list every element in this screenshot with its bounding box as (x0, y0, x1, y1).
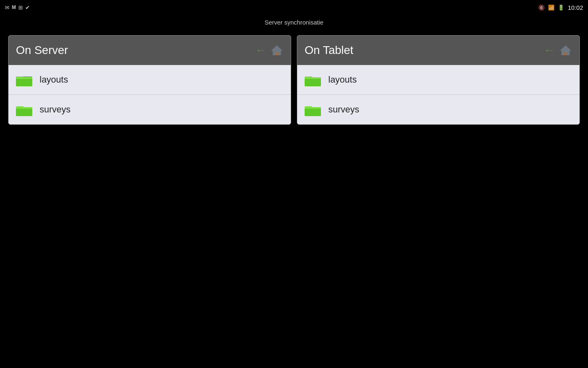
grid-icon: ⊞ (18, 4, 23, 11)
main-content: On Server ← (0, 29, 588, 368)
server-layouts-item[interactable]: layouts (9, 65, 291, 95)
tablet-panel-list: layouts surveys (297, 65, 579, 124)
page-title: Server synchronisatie (265, 19, 323, 26)
tablet-layouts-item[interactable]: layouts (297, 65, 579, 95)
server-home-icon[interactable] (270, 44, 283, 57)
tablet-surveys-label: surveys (328, 104, 359, 115)
tablet-home-icon[interactable] (559, 44, 572, 57)
status-bar: ✉ M ⊞ ✔ 🔇 📶 🔋 10:02 (0, 0, 588, 15)
time-display: 10:02 (568, 4, 583, 11)
svg-rect-6 (564, 52, 568, 55)
tablet-surveys-folder-icon (305, 101, 321, 118)
gmail-icon: M (12, 4, 16, 10)
server-panel-header-icons: ← (255, 44, 283, 57)
server-panel-header: On Server ← (9, 36, 291, 65)
tablet-back-arrow-icon[interactable]: ← (543, 44, 555, 57)
server-back-arrow-icon[interactable]: ← (255, 44, 266, 57)
server-layouts-folder-icon (16, 72, 32, 88)
status-bar-left: ✉ M ⊞ ✔ (5, 4, 30, 11)
tablet-surveys-item[interactable]: surveys (297, 95, 579, 124)
tablet-panel: On Tablet ← layouts (297, 35, 580, 125)
server-panel: On Server ← (8, 35, 291, 125)
battery-icon: 🔋 (558, 4, 564, 11)
check-icon: ✔ (25, 4, 30, 11)
message-icon: ✉ (5, 4, 9, 11)
tablet-layouts-label: layouts (328, 74, 357, 85)
server-layouts-label: layouts (40, 74, 68, 85)
wifi-icon: 📶 (548, 4, 555, 11)
status-bar-right: 🔇 📶 🔋 10:02 (538, 4, 583, 11)
server-surveys-folder-icon (16, 101, 32, 118)
tablet-panel-header: On Tablet ← (297, 36, 579, 65)
tablet-layouts-folder-icon (305, 72, 321, 88)
server-surveys-label: surveys (40, 104, 71, 115)
server-surveys-item[interactable]: surveys (9, 95, 291, 124)
tablet-panel-title: On Tablet (305, 44, 353, 57)
svg-rect-1 (275, 52, 279, 55)
server-panel-list: layouts surveys (9, 65, 291, 124)
mute-icon: 🔇 (538, 4, 545, 11)
server-panel-title: On Server (16, 44, 68, 57)
tablet-panel-header-icons: ← (543, 44, 572, 57)
title-bar: Server synchronisatie (0, 15, 588, 29)
